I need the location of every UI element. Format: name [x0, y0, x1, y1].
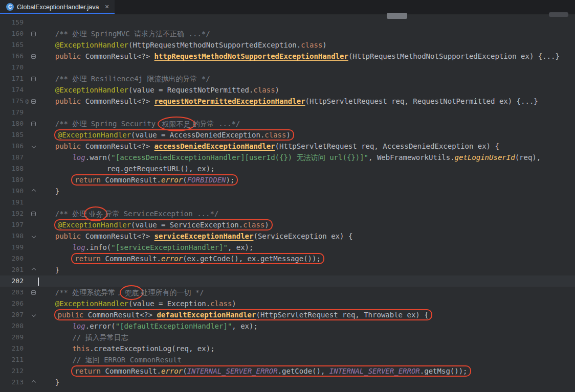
- code-line[interactable]: 200 return CommonResult.error(ex.getCode…: [0, 253, 575, 264]
- fold-icon[interactable]: [31, 122, 36, 126]
- code-text[interactable]: // 返回 ERROR CommonResult: [38, 354, 575, 365]
- code-text[interactable]: /** 处理 SpringMVC 请求方法不正确 ...*/: [38, 28, 575, 39]
- code-line[interactable]: 188 req.getRequestURL(), ex);: [0, 163, 575, 174]
- gutter[interactable]: 188: [0, 163, 38, 174]
- code-text[interactable]: /** 处理 Resilience4j 限流抛出的异常 */: [38, 73, 575, 84]
- editor-floating-widget[interactable]: [387, 13, 407, 19]
- gutter[interactable]: 190: [0, 186, 38, 197]
- code-line[interactable]: 187 log.warn("[accessDeniedExceptionHand…: [0, 152, 575, 163]
- gutter[interactable]: 175@: [0, 96, 38, 107]
- gutter[interactable]: 165: [0, 39, 38, 51]
- gutter[interactable]: 208: [0, 320, 38, 332]
- gutter[interactable]: 201: [0, 264, 38, 275]
- code-text[interactable]: // 插入异常日志: [38, 332, 575, 343]
- code-text[interactable]: /** 处理系统异常，兜底处理所有的一切 */: [38, 287, 575, 298]
- gutter[interactable]: 166: [0, 51, 38, 62]
- gutter[interactable]: 171: [0, 73, 38, 84]
- code-line[interactable]: 190 }: [0, 186, 575, 197]
- gutter[interactable]: 202: [0, 275, 38, 287]
- code-line[interactable]: 191: [0, 197, 575, 208]
- code-text[interactable]: @ExceptionHandler(value = ServiceExcepti…: [38, 219, 575, 230]
- code-line[interactable]: 171 /** 处理 Resilience4j 限流抛出的异常 */: [0, 73, 575, 84]
- code-text[interactable]: log.error("[defaultExceptionHandler]", e…: [38, 320, 575, 332]
- fold-icon[interactable]: [31, 99, 36, 104]
- gutter[interactable]: 198: [0, 230, 38, 242]
- code-text[interactable]: log.warn("[accessDeniedExceptionHandler]…: [38, 152, 575, 163]
- code-line[interactable]: 209 // 插入异常日志: [0, 332, 575, 343]
- scrollbar-thumb[interactable]: [549, 12, 568, 17]
- code-line[interactable]: 211 // 返回 ERROR CommonResult: [0, 354, 575, 365]
- code-text[interactable]: this.createExceptionLog(req, ex);: [38, 343, 575, 354]
- gutter[interactable]: 185: [0, 129, 38, 141]
- code-text[interactable]: public CommonResult<?> defaultExceptionH…: [38, 309, 575, 320]
- chevron-up-icon[interactable]: [31, 380, 35, 384]
- gutter[interactable]: 212: [0, 365, 38, 377]
- code-line[interactable]: 192 /** 处理业务异常 ServiceException ...*/: [0, 208, 575, 219]
- code-line[interactable]: 160 /** 处理 SpringMVC 请求方法不正确 ...*/: [0, 28, 575, 39]
- code-line[interactable]: 166 public CommonResult<?> httpRequestMe…: [0, 51, 575, 62]
- code-text[interactable]: @ExceptionHandler(value = Exception.clas…: [38, 298, 575, 309]
- gutter[interactable]: 160: [0, 28, 38, 39]
- code-line[interactable]: 201 }: [0, 264, 575, 275]
- chevron-down-icon[interactable]: [31, 144, 35, 148]
- fold-icon[interactable]: [31, 212, 36, 216]
- fold-icon[interactable]: [31, 290, 36, 295]
- code-line[interactable]: 197 @ExceptionHandler(value = ServiceExc…: [0, 219, 575, 230]
- chevron-down-icon[interactable]: [31, 234, 35, 238]
- code-line[interactable]: 199 log.info("[serviceExceptionHandler]"…: [0, 242, 575, 253]
- gutter[interactable]: 210: [0, 343, 38, 354]
- code-text[interactable]: [38, 17, 575, 28]
- code-text[interactable]: public CommonResult<?> accessDeniedExcep…: [38, 141, 575, 152]
- code-line[interactable]: 202: [0, 275, 575, 287]
- gutter[interactable]: 159: [0, 17, 38, 28]
- gutter[interactable]: 180: [0, 118, 38, 129]
- code-line[interactable]: 174 @ExceptionHandler(value = RequestNot…: [0, 84, 575, 96]
- gutter[interactable]: 213: [0, 377, 38, 388]
- code-line[interactable]: 213 }: [0, 377, 575, 388]
- fold-icon[interactable]: [31, 77, 36, 81]
- code-line[interactable]: 170: [0, 62, 575, 73]
- gutter[interactable]: 199: [0, 242, 38, 253]
- code-text[interactable]: /** 处理 Spring Security 权限不足的异常 ...*/: [38, 118, 575, 129]
- code-line[interactable]: 159: [0, 17, 575, 28]
- gutter[interactable]: 170: [0, 62, 38, 73]
- gutter[interactable]: 197: [0, 219, 38, 230]
- code-line[interactable]: 212 return CommonResult.error(INTERNAL_S…: [0, 365, 575, 377]
- code-text[interactable]: public CommonResult<?> requestNotPermitt…: [38, 96, 575, 107]
- code-line[interactable]: 210 this.createExceptionLog(req, ex);: [0, 343, 575, 354]
- code-text[interactable]: @ExceptionHandler(value = RequestNotPerm…: [38, 84, 575, 96]
- gutter[interactable]: 174: [0, 84, 38, 96]
- code-editor[interactable]: 159160 /** 处理 SpringMVC 请求方法不正确 ...*/165…: [0, 14, 575, 392]
- chevron-down-icon[interactable]: [31, 313, 35, 317]
- code-line[interactable]: 198 public CommonResult<?> serviceExcept…: [0, 230, 575, 242]
- code-text[interactable]: return CommonResult.error(INTERNAL_SERVE…: [38, 365, 575, 377]
- code-text[interactable]: return CommonResult.error(FORBIDDEN);: [38, 174, 575, 186]
- code-text[interactable]: return CommonResult.error(ex.getCode(), …: [38, 253, 575, 264]
- code-text[interactable]: log.info("[serviceExceptionHandler]", ex…: [38, 242, 575, 253]
- code-text[interactable]: [38, 275, 575, 287]
- fold-icon[interactable]: [31, 54, 36, 59]
- gutter[interactable]: 179: [0, 107, 38, 118]
- code-line[interactable]: 203 /** 处理系统异常，兜底处理所有的一切 */: [0, 287, 575, 298]
- code-text[interactable]: }: [38, 186, 575, 197]
- gutter[interactable]: 207: [0, 309, 38, 320]
- tab-close-icon[interactable]: ✕: [105, 4, 109, 10]
- gutter[interactable]: 189: [0, 174, 38, 186]
- code-text[interactable]: [38, 62, 575, 73]
- gutter[interactable]: 211: [0, 354, 38, 365]
- gutter[interactable]: 203: [0, 287, 38, 298]
- editor-tab[interactable]: C GlobalExceptionHandler.java ✕: [0, 0, 115, 14]
- code-line[interactable]: 208 log.error("[defaultExceptionHandler]…: [0, 320, 575, 332]
- code-text[interactable]: }: [38, 377, 575, 388]
- gutter[interactable]: 200: [0, 253, 38, 264]
- code-text[interactable]: req.getRequestURL(), ex);: [38, 163, 575, 174]
- code-line[interactable]: 186 public CommonResult<?> accessDeniedE…: [0, 141, 575, 152]
- fold-icon[interactable]: [31, 32, 36, 36]
- gutter[interactable]: 209: [0, 332, 38, 343]
- code-text[interactable]: [38, 107, 575, 118]
- code-text[interactable]: /** 处理业务异常 ServiceException ...*/: [38, 208, 575, 219]
- code-line[interactable]: 206 @ExceptionHandler(value = Exception.…: [0, 298, 575, 309]
- code-line[interactable]: 207 public CommonResult<?> defaultExcept…: [0, 309, 575, 320]
- gutter[interactable]: 187: [0, 152, 38, 163]
- code-text[interactable]: public CommonResult<?> serviceExceptionH…: [38, 230, 575, 242]
